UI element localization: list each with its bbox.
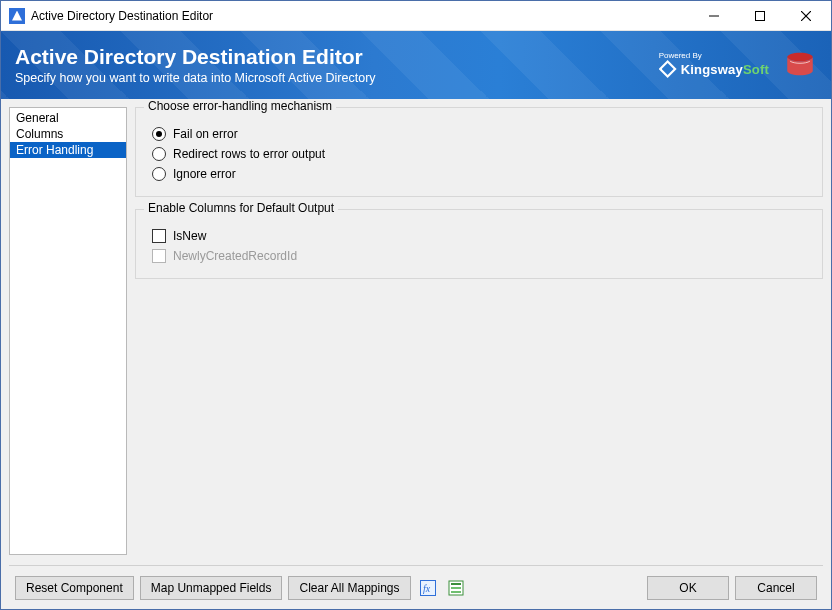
reset-component-button[interactable]: Reset Component [15, 576, 134, 600]
default-output-group: Enable Columns for Default Output IsNew … [135, 209, 823, 279]
radio-redirect-rows[interactable]: Redirect rows to error output [152, 144, 810, 164]
powered-by-label: Powered By [659, 52, 769, 60]
clear-all-mappings-button[interactable]: Clear All Mappings [288, 576, 410, 600]
cancel-button[interactable]: Cancel [735, 576, 817, 600]
checkbox-label: IsNew [173, 229, 206, 243]
sqlserver-logo-icon [783, 47, 817, 84]
nav-item-columns[interactable]: Columns [10, 126, 126, 142]
window-controls [691, 1, 829, 31]
header-band: Active Directory Destination Editor Spec… [1, 31, 831, 99]
properties-icon [448, 580, 464, 596]
radio-label: Redirect rows to error output [173, 147, 325, 161]
close-button[interactable] [783, 1, 829, 31]
footer-bar: Reset Component Map Unmapped Fields Clea… [9, 565, 823, 609]
checkbox-newlycreatedrecordid: NewlyCreatedRecordId [152, 246, 810, 266]
header-texts: Active Directory Destination Editor Spec… [15, 45, 376, 85]
properties-button[interactable] [445, 577, 467, 599]
kingsway-mark-icon [659, 60, 677, 78]
fx-icon: fx [420, 580, 436, 596]
svg-rect-8 [451, 587, 461, 589]
window-title: Active Directory Destination Editor [31, 9, 691, 23]
svg-rect-9 [451, 591, 461, 593]
default-output-group-title: Enable Columns for Default Output [144, 201, 338, 215]
radio-ignore-error[interactable]: Ignore error [152, 164, 810, 184]
radio-icon [152, 127, 166, 141]
radio-icon [152, 167, 166, 181]
title-bar: Active Directory Destination Editor [1, 1, 831, 31]
window-root: Active Directory Destination Editor Acti… [0, 0, 832, 610]
expression-editor-button[interactable]: fx [417, 577, 439, 599]
svg-rect-7 [451, 583, 461, 585]
checkbox-icon [152, 229, 166, 243]
minimize-button[interactable] [691, 1, 737, 31]
map-unmapped-fields-button[interactable]: Map Unmapped Fields [140, 576, 283, 600]
radio-fail-on-error[interactable]: Fail on error [152, 124, 810, 144]
brand-part-b: Soft [743, 62, 769, 77]
radio-label: Fail on error [173, 127, 238, 141]
radio-label: Ignore error [173, 167, 236, 181]
kingswaysoft-logo: Powered By KingswaySoft [659, 52, 769, 78]
maximize-icon [755, 11, 765, 21]
close-icon [801, 11, 811, 21]
maximize-button[interactable] [737, 1, 783, 31]
header-right: Powered By KingswaySoft [659, 47, 817, 84]
error-handling-group-title: Choose error-handling mechanism [144, 99, 336, 113]
checkbox-label: NewlyCreatedRecordId [173, 249, 297, 263]
header-subheading: Specify how you want to write data into … [15, 71, 376, 85]
main-area: General Columns Error Handling Choose er… [1, 99, 831, 609]
nav-item-error-handling[interactable]: Error Handling [10, 142, 126, 158]
error-handling-group: Choose error-handling mechanism Fail on … [135, 107, 823, 197]
nav-list[interactable]: General Columns Error Handling [9, 107, 127, 555]
kingsway-text: KingswaySoft [681, 62, 769, 77]
radio-icon [152, 147, 166, 161]
ok-button[interactable]: OK [647, 576, 729, 600]
svg-rect-1 [756, 11, 765, 20]
checkbox-isnew[interactable]: IsNew [152, 226, 810, 246]
brand-part-a: Kingsway [681, 62, 743, 77]
minimize-icon [709, 11, 719, 21]
nav-item-general[interactable]: General [10, 110, 126, 126]
checkbox-icon [152, 249, 166, 263]
svg-text:fx: fx [423, 583, 431, 594]
header-heading: Active Directory Destination Editor [15, 45, 376, 69]
content-pane: Choose error-handling mechanism Fail on … [135, 107, 823, 555]
app-icon [9, 8, 25, 24]
main-row: General Columns Error Handling Choose er… [9, 107, 823, 555]
